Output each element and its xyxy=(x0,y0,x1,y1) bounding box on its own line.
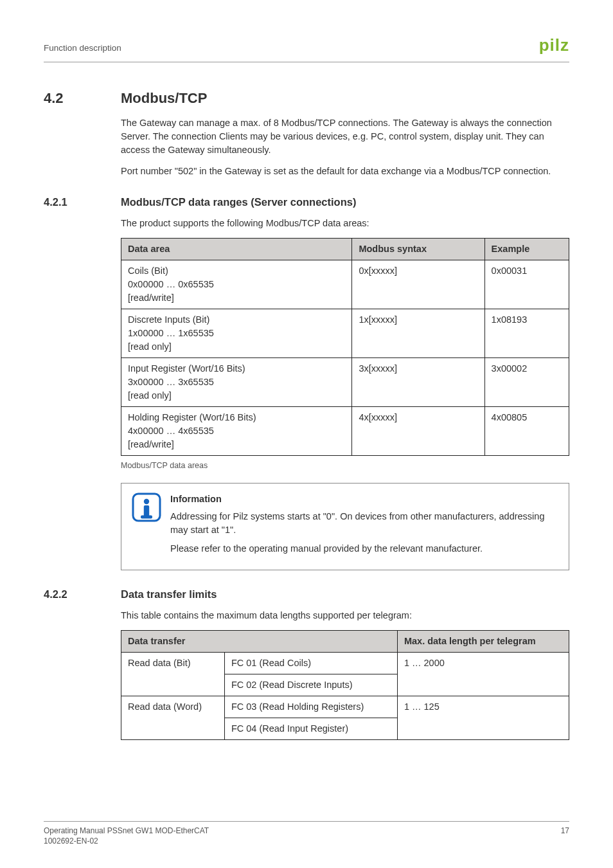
table-header: Data transfer xyxy=(121,630,398,652)
paragraph: The Gateway can manage a max. of 8 Modbu… xyxy=(121,116,569,157)
table-header: Example xyxy=(484,238,569,260)
paragraph: Port number "502" in the Gateway is set … xyxy=(121,165,569,178)
table-cell: 1x[xxxxx] xyxy=(352,309,484,357)
information-box: Information Addressing for Pilz systems … xyxy=(121,483,569,570)
table-cell: 3x[xxxxx] xyxy=(352,357,484,406)
data-transfer-limits-table: Data transfer Max. data length per teleg… xyxy=(121,630,569,740)
footer-doc-id: 1002692-EN-02 xyxy=(44,836,209,846)
table-cell: 1x08193 xyxy=(484,309,569,357)
footer-doc-title: Operating Manual PSSnet GW1 MOD-EtherCAT xyxy=(44,826,209,836)
info-title: Information xyxy=(170,493,558,506)
paragraph: This table contains the maximum data len… xyxy=(121,609,569,622)
table-header: Max. data length per telegram xyxy=(397,630,569,652)
svg-rect-2 xyxy=(144,505,149,517)
table-cell: 1 … 2000 xyxy=(397,652,569,696)
table-cell: FC 03 (Read Holding Registers) xyxy=(224,696,397,718)
heading-number: 4.2 xyxy=(44,88,121,109)
info-paragraph: Please refer to the operating manual pro… xyxy=(170,542,558,556)
table-header: Data area xyxy=(121,238,352,260)
heading-number: 4.2.1 xyxy=(44,195,121,210)
page-header: Function description pilz xyxy=(44,33,569,62)
table-cell: 0x00031 xyxy=(484,260,569,309)
table-header: Modbus syntax xyxy=(352,238,484,260)
heading-title: Modbus/TCP data ranges (Server connectio… xyxy=(121,195,569,210)
table-cell: FC 04 (Read Input Register) xyxy=(224,718,397,739)
info-paragraph: Addressing for Pilz systems starts at "0… xyxy=(170,510,558,537)
page-footer: Operating Manual PSSnet GW1 MOD-EtherCAT… xyxy=(44,821,569,846)
table-cell: 3x00002 xyxy=(484,357,569,406)
table-cell: 4x00805 xyxy=(484,406,569,455)
table-cell: Read data (Bit) xyxy=(121,652,225,696)
table-cell: Holding Register (Wort/16 Bits)4x00000 …… xyxy=(121,406,352,455)
heading-4-2: 4.2 Modbus/TCP xyxy=(44,88,569,109)
table-cell: Read data (Word) xyxy=(121,696,225,739)
table-cell: FC 01 (Read Coils) xyxy=(224,652,397,674)
paragraph: The product supports the following Modbu… xyxy=(121,217,569,230)
heading-title: Modbus/TCP xyxy=(121,88,569,109)
table-cell: FC 02 (Read Discrete Inputs) xyxy=(224,674,397,696)
header-section-label: Function description xyxy=(44,42,121,55)
table-cell: Coils (Bit)0x00000 … 0x65535[read/write] xyxy=(121,260,352,309)
heading-4-2-1: 4.2.1 Modbus/TCP data ranges (Server con… xyxy=(44,195,569,210)
heading-number: 4.2.2 xyxy=(44,587,121,602)
table-cell: 0x[xxxxx] xyxy=(352,260,484,309)
table-cell: 1 … 125 xyxy=(397,696,569,739)
footer-page-number: 17 xyxy=(561,826,569,846)
modbus-data-areas-table: Data area Modbus syntax Example Coils (B… xyxy=(121,238,569,456)
heading-title: Data transfer limits xyxy=(121,587,569,602)
svg-rect-3 xyxy=(141,515,152,518)
table-cell: Input Register (Wort/16 Bits)3x00000 … 3… xyxy=(121,357,352,406)
heading-4-2-2: 4.2.2 Data transfer limits xyxy=(44,587,569,602)
information-icon xyxy=(132,493,161,522)
table-cell: 4x[xxxxx] xyxy=(352,406,484,455)
brand-logo: pilz xyxy=(539,33,569,58)
svg-point-1 xyxy=(144,499,149,504)
table-cell: Discrete Inputs (Bit)1x00000 … 1x65535[r… xyxy=(121,309,352,357)
table-caption: Modbus/TCP data areas xyxy=(121,460,569,471)
